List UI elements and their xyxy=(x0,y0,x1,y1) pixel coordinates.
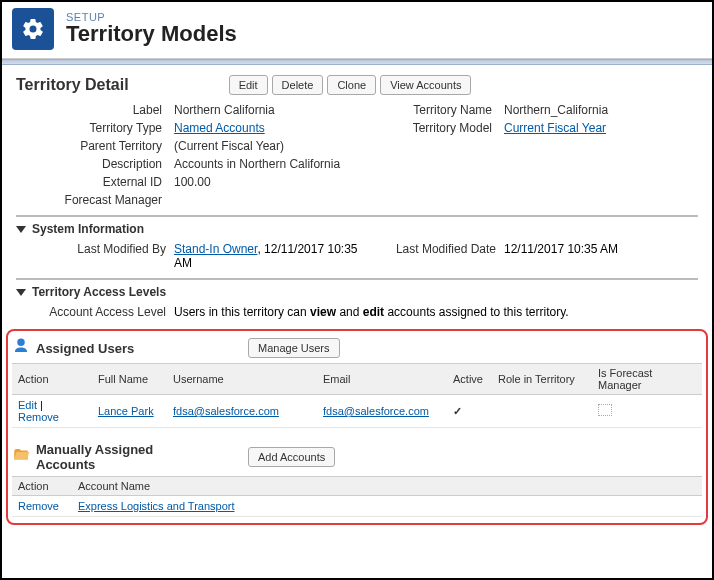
manage-users-button[interactable]: Manage Users xyxy=(248,338,340,358)
assigned-users-title: Assigned Users xyxy=(36,341,134,356)
check-icon xyxy=(453,405,462,417)
label-value: Northern California xyxy=(174,103,368,117)
parent-territory-value: (Current Fiscal Year) xyxy=(174,139,368,153)
description-value: Accounts in Northern California xyxy=(174,157,368,171)
account-access-label: Account Access Level xyxy=(16,305,166,319)
last-modified-by-label: Last Modified By xyxy=(16,242,166,270)
forecast-manager-value xyxy=(174,193,368,207)
access-row: Account Access Level Users in this terri… xyxy=(16,305,698,319)
system-info-header[interactable]: System Information xyxy=(16,215,698,236)
territory-type-label: Territory Type xyxy=(16,121,166,135)
col-fullname: Full Name xyxy=(92,364,167,395)
col-action: Action xyxy=(12,477,72,496)
remove-link[interactable]: Remove xyxy=(18,411,59,423)
remove-link[interactable]: Remove xyxy=(18,500,59,512)
col-isfm: Is Forecast Manager xyxy=(592,364,702,395)
collapse-icon xyxy=(16,226,26,233)
collapse-icon xyxy=(16,289,26,296)
detail-header: Territory Detail Edit Delete Clone View … xyxy=(16,75,698,95)
access-levels-header[interactable]: Territory Access Levels xyxy=(16,278,698,299)
last-modified-by-user[interactable]: Stand-In Owner xyxy=(174,242,257,256)
unchecked-box-icon xyxy=(598,404,612,416)
add-accounts-button[interactable]: Add Accounts xyxy=(248,447,335,467)
label-label: Label xyxy=(16,103,166,117)
manual-accounts-header: Manually Assigned Accounts Add Accounts xyxy=(12,442,702,472)
related-lists-box: Assigned Users Manage Users Action Full … xyxy=(6,329,708,525)
folder-icon xyxy=(12,446,30,468)
assigned-users-table: Action Full Name Username Email Active R… xyxy=(12,363,702,428)
user-icon xyxy=(12,337,30,359)
detail-fields: Label Northern California Territory Name… xyxy=(16,103,698,207)
col-account-name: Account Name xyxy=(72,477,702,496)
territory-model-label: Territory Model xyxy=(376,121,496,135)
page-title: Territory Models xyxy=(66,21,237,47)
territory-name-value: Northern_California xyxy=(504,103,698,117)
last-modified-date-value: 12/11/2017 10:35 AM xyxy=(504,242,698,270)
forecast-manager-label: Forecast Manager xyxy=(16,193,166,207)
account-name-link[interactable]: Express Logistics and Transport xyxy=(78,500,235,512)
manual-accounts-table: Action Account Name Remove Express Logis… xyxy=(12,476,702,517)
col-action: Action xyxy=(12,364,92,395)
parent-territory-label: Parent Territory xyxy=(16,139,166,153)
table-row: Remove Express Logistics and Transport xyxy=(12,496,702,517)
user-email-link[interactable]: fdsa@salesforce.com xyxy=(323,405,429,417)
user-username-link[interactable]: fdsa@salesforce.com xyxy=(173,405,279,417)
col-username: Username xyxy=(167,364,317,395)
assigned-users-header: Assigned Users Manage Users xyxy=(12,337,702,359)
system-info-row: Last Modified By Stand-In Owner, 12/11/2… xyxy=(16,242,698,270)
col-email: Email xyxy=(317,364,447,395)
clone-button[interactable]: Clone xyxy=(327,75,376,95)
last-modified-date-label: Last Modified Date xyxy=(376,242,496,270)
detail-title: Territory Detail xyxy=(16,76,129,94)
access-levels-label: Territory Access Levels xyxy=(32,285,166,299)
col-role: Role in Territory xyxy=(492,364,592,395)
territory-type-link[interactable]: Named Accounts xyxy=(174,121,265,135)
external-id-value: 100.00 xyxy=(174,175,368,189)
delete-button[interactable]: Delete xyxy=(272,75,324,95)
territory-name-label: Territory Name xyxy=(376,103,496,117)
user-fullname-link[interactable]: Lance Park xyxy=(98,405,154,417)
col-active: Active xyxy=(447,364,492,395)
territory-model-link[interactable]: Current Fiscal Year xyxy=(504,121,606,135)
view-accounts-button[interactable]: View Accounts xyxy=(380,75,471,95)
edit-button[interactable]: Edit xyxy=(229,75,268,95)
edit-link[interactable]: Edit xyxy=(18,399,37,411)
manual-accounts-title: Manually Assigned Accounts xyxy=(36,442,186,472)
system-info-label: System Information xyxy=(32,222,144,236)
external-id-label: External ID xyxy=(16,175,166,189)
gear-icon xyxy=(12,8,54,50)
table-row: Edit | Remove Lance Park fdsa@salesforce… xyxy=(12,395,702,428)
account-access-value: Users in this territory can view and edi… xyxy=(174,305,698,319)
page-header: SETUP Territory Models xyxy=(2,2,712,59)
description-label: Description xyxy=(16,157,166,171)
